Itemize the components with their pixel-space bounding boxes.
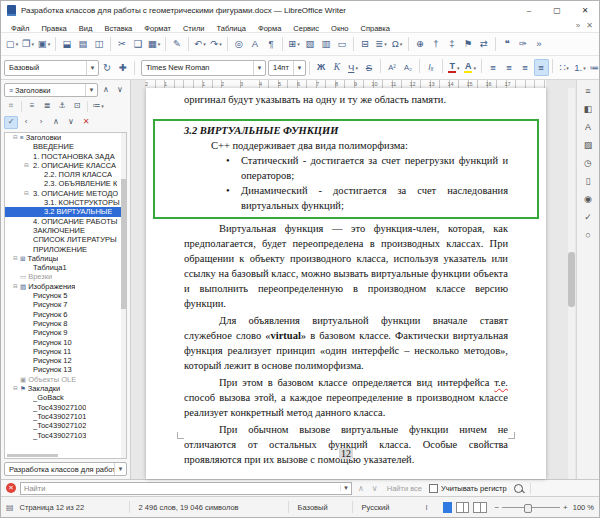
set-reminder-icon[interactable]: ≣ bbox=[40, 100, 54, 113]
tree-item[interactable]: _Toc439027102 bbox=[5, 421, 126, 430]
page-style[interactable]: Базовый bbox=[298, 503, 343, 512]
content-visibility-button[interactable]: ✓ bbox=[4, 116, 18, 129]
find-replace-button[interactable]: ◎ bbox=[232, 36, 247, 53]
zoom-level[interactable]: 100 % bbox=[573, 503, 594, 512]
promote-level-button[interactable]: ‹ bbox=[19, 116, 33, 129]
content-view-icon[interactable]: ≡ bbox=[25, 100, 39, 113]
next-heading-button[interactable]: ∨ bbox=[113, 84, 127, 97]
clone-formatting-button[interactable]: ✎ bbox=[170, 36, 185, 53]
delete-button[interactable]: ✕ bbox=[79, 116, 93, 129]
tree-item[interactable]: Рисунок 13 bbox=[5, 365, 126, 374]
zoom-out-button[interactable]: − bbox=[494, 503, 499, 512]
track-changes-button[interactable]: ✑ bbox=[516, 36, 531, 53]
anchor-text-icon[interactable]: ⚓ bbox=[55, 100, 69, 113]
align-left-button[interactable]: ≡ bbox=[486, 59, 501, 76]
page-icon[interactable]: ▯ bbox=[580, 174, 596, 187]
endnote-button[interactable]: ‡ bbox=[445, 36, 460, 53]
header-footer-icon[interactable]: ⊡ bbox=[70, 100, 84, 113]
tree-item[interactable]: СПИСОК ЛИТЕРАТУРЫ bbox=[5, 235, 126, 244]
tree-item[interactable]: ВВЕДЕНИЕ bbox=[5, 142, 126, 151]
find-and-replace-icon[interactable] bbox=[514, 484, 523, 493]
vertical-scrollbar[interactable] bbox=[568, 88, 575, 479]
accessibility-check-icon[interactable]: ✓ bbox=[580, 210, 596, 223]
redo-button[interactable]: ↷ bbox=[209, 36, 224, 53]
cross-reference-button[interactable]: ⇄ bbox=[477, 36, 492, 53]
scrollbar-thumb[interactable] bbox=[568, 252, 575, 307]
chevron-down-icon[interactable]: ▼ bbox=[340, 485, 351, 491]
insert-table-button[interactable]: ⊞ bbox=[287, 36, 302, 53]
find-previous-button[interactable]: ∧ bbox=[356, 484, 366, 493]
new-document-button[interactable]: ▢ bbox=[5, 36, 20, 53]
font-size-combo[interactable]: 14пт ▼ bbox=[268, 60, 306, 76]
expander-icon[interactable]: ⊟ bbox=[13, 254, 20, 263]
find-next-button[interactable]: ∨ bbox=[370, 484, 380, 493]
tree-item[interactable]: 2.2. ПОЛЯ КЛАССА bbox=[5, 170, 126, 179]
checkbox-icon[interactable] bbox=[429, 484, 438, 493]
tree-tables[interactable]: ⊟ ⊞ Таблицы bbox=[5, 254, 126, 263]
align-right-button[interactable]: ≡ bbox=[518, 59, 533, 76]
tree-item[interactable]: Рисунок 8 bbox=[5, 319, 126, 328]
chevron-down-icon[interactable]: ▼ bbox=[86, 61, 98, 75]
underline-button[interactable]: Ч bbox=[346, 59, 361, 76]
view-multi-page-button[interactable] bbox=[456, 502, 469, 513]
tree-ole[interactable]: ▣ Объекты OLE bbox=[5, 375, 126, 384]
close-find-bar-icon[interactable]: ✕ bbox=[6, 483, 16, 493]
superscript-button[interactable]: A² bbox=[385, 59, 400, 76]
tree-item[interactable]: ПРИЛОЖЕНИЕ bbox=[5, 245, 126, 254]
numbered-list-button[interactable]: 1. bbox=[573, 59, 588, 76]
text-language[interactable]: Русский bbox=[362, 503, 412, 512]
update-style-button[interactable]: ↻ bbox=[100, 59, 115, 76]
styles-icon[interactable]: A bbox=[580, 120, 596, 133]
paragraph-style-combo[interactable]: Базовый ▼ bbox=[4, 60, 99, 76]
open-file-button[interactable]: ❐ bbox=[21, 36, 36, 53]
export-pdf-button[interactable]: ⬓ bbox=[60, 36, 75, 53]
clear-formatting-button[interactable]: Iₓ bbox=[424, 59, 439, 76]
italic-button[interactable]: К bbox=[330, 59, 345, 76]
document-page[interactable]: оригинал будут указывать на одну и ту же… bbox=[146, 88, 546, 479]
search-input[interactable] bbox=[21, 484, 340, 493]
formatting-marks-button[interactable]: ¶ bbox=[264, 36, 279, 53]
move-down-button[interactable]: ∨ bbox=[64, 116, 78, 129]
view-book-button[interactable] bbox=[473, 502, 487, 513]
tree-vertical-scrollbar[interactable] bbox=[121, 133, 126, 458]
print-preview-button[interactable]: ◫ bbox=[92, 36, 107, 53]
tree-item[interactable]: Рисунок 12 bbox=[5, 356, 126, 365]
properties-icon[interactable]: ◧ bbox=[580, 102, 596, 115]
insert-image-button[interactable]: ▧ bbox=[303, 36, 318, 53]
tree-item[interactable]: ⊟ 3. ОПИСАНИЕ МЕТОДО bbox=[5, 189, 126, 198]
sidebar-settings-icon[interactable]: ≡ bbox=[580, 84, 596, 97]
save-button[interactable]: ▣ bbox=[37, 36, 52, 53]
menubar-overflow-icon[interactable]: » bbox=[576, 21, 580, 30]
navigator-icon[interactable]: ◷ bbox=[580, 156, 596, 169]
insert-textbox-button[interactable]: ▭ bbox=[335, 36, 350, 53]
tree-item[interactable]: Рисунок 11 bbox=[5, 347, 126, 356]
demote-level-button[interactable]: › bbox=[34, 116, 48, 129]
tree-item[interactable]: _Toc439027103 bbox=[5, 431, 126, 440]
toolbar-overflow-button[interactable]: » bbox=[532, 36, 547, 53]
expander-icon[interactable]: ⊟ bbox=[24, 161, 31, 170]
special-character-button[interactable]: Ω bbox=[390, 36, 405, 53]
zoom-in-button[interactable]: + bbox=[563, 503, 568, 512]
page-info[interactable]: Страница 12 из 22 bbox=[20, 503, 120, 512]
tree-bookmarks[interactable]: ⊟ ⚑ Закладки bbox=[5, 384, 126, 393]
font-color-button[interactable]: Т bbox=[447, 59, 462, 76]
tree-item[interactable]: Рисунок 7 bbox=[5, 300, 126, 309]
close-document-icon[interactable]: ✕ bbox=[586, 21, 593, 30]
find-all-button[interactable]: Найти все bbox=[384, 484, 425, 493]
zoom-slider-track[interactable] bbox=[502, 507, 560, 508]
word-count[interactable]: 2 496 слов, 19 046 символов bbox=[139, 503, 279, 512]
new-style-button[interactable]: ✚ bbox=[116, 59, 131, 76]
view-single-page-button[interactable] bbox=[443, 502, 452, 513]
selection-mode-icon[interactable]: I bbox=[425, 503, 427, 512]
tree-item[interactable]: Рисунок 10 bbox=[5, 338, 126, 347]
tree-headings[interactable]: ⊟ ≡ Заголовки bbox=[5, 133, 126, 142]
expander-icon[interactable]: ⊟ bbox=[13, 133, 20, 142]
zoom-slider[interactable]: − + bbox=[494, 503, 567, 512]
font-name-combo[interactable]: Times New Roman ▼ bbox=[141, 60, 266, 76]
drag-mode-icon[interactable]: ≔ bbox=[91, 100, 105, 113]
gallery-icon[interactable]: ▨ bbox=[580, 138, 596, 151]
chevron-down-icon[interactable]: ▼ bbox=[85, 84, 97, 96]
comment-button[interactable]: ❝ bbox=[500, 36, 515, 53]
tree-item[interactable]: 3.1. КОНСТРУКТОРЫ bbox=[5, 198, 126, 207]
find-icon[interactable]: ○ bbox=[580, 228, 596, 241]
